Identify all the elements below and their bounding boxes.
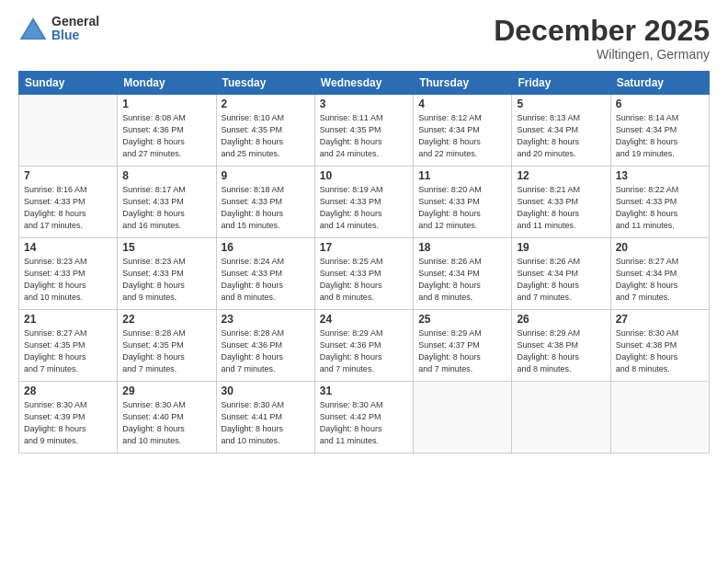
day-info: Sunrise: 8:14 AM Sunset: 4:34 PM Dayligh… [616, 112, 704, 160]
day-info: Sunrise: 8:30 AM Sunset: 4:42 PM Dayligh… [320, 399, 408, 447]
day-number: 1 [122, 98, 210, 110]
calendar-header-monday: Monday [118, 72, 216, 95]
calendar-cell: 12Sunrise: 8:21 AM Sunset: 4:33 PM Dayli… [512, 167, 610, 238]
day-number: 25 [418, 313, 506, 326]
day-number: 24 [320, 313, 408, 326]
day-number: 6 [616, 98, 704, 110]
logo-icon [18, 16, 48, 41]
day-number: 11 [418, 169, 506, 182]
day-number: 7 [24, 169, 112, 182]
calendar-cell: 28Sunrise: 8:30 AM Sunset: 4:39 PM Dayli… [19, 382, 118, 454]
calendar-cell: 15Sunrise: 8:23 AM Sunset: 4:33 PM Dayli… [118, 238, 216, 310]
calendar-header-wednesday: Wednesday [314, 72, 413, 95]
calendar-cell: 18Sunrise: 8:26 AM Sunset: 4:34 PM Dayli… [414, 238, 512, 310]
day-number: 19 [517, 241, 605, 254]
day-info: Sunrise: 8:12 AM Sunset: 4:34 PM Dayligh… [418, 112, 506, 160]
day-number: 2 [222, 98, 310, 110]
day-number: 12 [517, 169, 605, 182]
calendar-cell: 22Sunrise: 8:28 AM Sunset: 4:35 PM Dayli… [118, 310, 216, 382]
day-number: 18 [418, 241, 506, 254]
calendar-cell: 9Sunrise: 8:18 AM Sunset: 4:33 PM Daylig… [216, 167, 314, 238]
calendar-cell: 26Sunrise: 8:29 AM Sunset: 4:38 PM Dayli… [512, 310, 610, 382]
calendar-cell: 17Sunrise: 8:25 AM Sunset: 4:33 PM Dayli… [314, 238, 413, 310]
calendar-cell: 3Sunrise: 8:11 AM Sunset: 4:35 PM Daylig… [314, 95, 413, 167]
day-number: 16 [222, 241, 310, 254]
calendar-cell: 8Sunrise: 8:17 AM Sunset: 4:33 PM Daylig… [118, 167, 216, 238]
month-title: December 2025 [494, 15, 710, 47]
calendar-cell: 25Sunrise: 8:29 AM Sunset: 4:37 PM Dayli… [414, 310, 512, 382]
calendar-cell: 6Sunrise: 8:14 AM Sunset: 4:34 PM Daylig… [610, 95, 709, 167]
calendar-header-friday: Friday [512, 72, 610, 95]
calendar-cell: 5Sunrise: 8:13 AM Sunset: 4:34 PM Daylig… [512, 95, 610, 167]
day-info: Sunrise: 8:29 AM Sunset: 4:38 PM Dayligh… [517, 327, 605, 375]
day-number: 3 [320, 98, 408, 110]
calendar-cell: 16Sunrise: 8:24 AM Sunset: 4:33 PM Dayli… [216, 238, 314, 310]
day-info: Sunrise: 8:30 AM Sunset: 4:41 PM Dayligh… [222, 399, 310, 447]
day-info: Sunrise: 8:17 AM Sunset: 4:33 PM Dayligh… [122, 184, 210, 232]
day-info: Sunrise: 8:13 AM Sunset: 4:34 PM Dayligh… [517, 112, 605, 160]
day-info: Sunrise: 8:28 AM Sunset: 4:35 PM Dayligh… [122, 327, 210, 375]
calendar-cell: 29Sunrise: 8:30 AM Sunset: 4:40 PM Dayli… [118, 382, 216, 454]
calendar-cell: 2Sunrise: 8:10 AM Sunset: 4:35 PM Daylig… [216, 95, 314, 167]
calendar-cell: 4Sunrise: 8:12 AM Sunset: 4:34 PM Daylig… [414, 95, 512, 167]
day-number: 4 [418, 98, 506, 110]
calendar-cell: 20Sunrise: 8:27 AM Sunset: 4:34 PM Dayli… [610, 238, 709, 310]
calendar-cell: 13Sunrise: 8:22 AM Sunset: 4:33 PM Dayli… [610, 167, 709, 238]
calendar-cell: 31Sunrise: 8:30 AM Sunset: 4:42 PM Dayli… [314, 382, 413, 454]
day-info: Sunrise: 8:30 AM Sunset: 4:39 PM Dayligh… [24, 399, 112, 447]
day-number: 22 [122, 313, 210, 326]
day-info: Sunrise: 8:27 AM Sunset: 4:35 PM Dayligh… [24, 327, 112, 375]
day-info: Sunrise: 8:29 AM Sunset: 4:37 PM Dayligh… [418, 327, 506, 375]
day-info: Sunrise: 8:08 AM Sunset: 4:36 PM Dayligh… [122, 112, 210, 160]
day-info: Sunrise: 8:27 AM Sunset: 4:34 PM Dayligh… [616, 256, 704, 304]
calendar-cell: 10Sunrise: 8:19 AM Sunset: 4:33 PM Dayli… [314, 167, 413, 238]
day-info: Sunrise: 8:29 AM Sunset: 4:36 PM Dayligh… [320, 327, 408, 375]
day-number: 15 [122, 241, 210, 254]
day-number: 26 [517, 313, 605, 326]
day-number: 5 [517, 98, 605, 110]
day-info: Sunrise: 8:20 AM Sunset: 4:33 PM Dayligh… [418, 184, 506, 232]
day-info: Sunrise: 8:28 AM Sunset: 4:36 PM Dayligh… [222, 327, 310, 375]
day-number: 10 [320, 169, 408, 182]
day-number: 14 [24, 241, 112, 254]
day-info: Sunrise: 8:22 AM Sunset: 4:33 PM Dayligh… [616, 184, 704, 232]
title-block: December 2025 Wiltingen, Germany [494, 15, 710, 62]
day-number: 21 [24, 313, 112, 326]
logo-general: General [51, 15, 99, 29]
calendar-cell: 27Sunrise: 8:30 AM Sunset: 4:38 PM Dayli… [610, 310, 709, 382]
calendar-cell: 11Sunrise: 8:20 AM Sunset: 4:33 PM Dayli… [414, 167, 512, 238]
day-info: Sunrise: 8:18 AM Sunset: 4:33 PM Dayligh… [222, 184, 310, 232]
day-number: 9 [222, 169, 310, 182]
day-info: Sunrise: 8:21 AM Sunset: 4:33 PM Dayligh… [517, 184, 605, 232]
calendar-week-5: 28Sunrise: 8:30 AM Sunset: 4:39 PM Dayli… [19, 382, 710, 454]
logo-blue: Blue [51, 29, 99, 42]
day-info: Sunrise: 8:30 AM Sunset: 4:40 PM Dayligh… [122, 399, 210, 447]
calendar-header-tuesday: Tuesday [216, 72, 314, 95]
day-number: 20 [616, 241, 704, 254]
day-number: 17 [320, 241, 408, 254]
calendar-header-sunday: Sunday [19, 72, 118, 95]
calendar: SundayMondayTuesdayWednesdayThursdayFrid… [18, 71, 710, 454]
calendar-cell: 19Sunrise: 8:26 AM Sunset: 4:34 PM Dayli… [512, 238, 610, 310]
day-info: Sunrise: 8:23 AM Sunset: 4:33 PM Dayligh… [24, 256, 112, 304]
calendar-cell [610, 382, 709, 454]
day-info: Sunrise: 8:10 AM Sunset: 4:35 PM Dayligh… [222, 112, 310, 160]
calendar-cell: 30Sunrise: 8:30 AM Sunset: 4:41 PM Dayli… [216, 382, 314, 454]
calendar-cell: 14Sunrise: 8:23 AM Sunset: 4:33 PM Dayli… [19, 238, 118, 310]
day-number: 8 [122, 169, 210, 182]
day-number: 13 [616, 169, 704, 182]
calendar-cell [19, 95, 118, 167]
calendar-cell: 1Sunrise: 8:08 AM Sunset: 4:36 PM Daylig… [118, 95, 216, 167]
header: General Blue December 2025 Wiltingen, Ge… [18, 15, 710, 62]
day-info: Sunrise: 8:25 AM Sunset: 4:33 PM Dayligh… [320, 256, 408, 304]
location: Wiltingen, Germany [494, 47, 710, 62]
day-info: Sunrise: 8:19 AM Sunset: 4:33 PM Dayligh… [320, 184, 408, 232]
day-info: Sunrise: 8:23 AM Sunset: 4:33 PM Dayligh… [122, 256, 210, 304]
day-info: Sunrise: 8:11 AM Sunset: 4:35 PM Dayligh… [320, 112, 408, 160]
day-info: Sunrise: 8:24 AM Sunset: 4:33 PM Dayligh… [222, 256, 310, 304]
day-info: Sunrise: 8:16 AM Sunset: 4:33 PM Dayligh… [24, 184, 112, 232]
day-info: Sunrise: 8:26 AM Sunset: 4:34 PM Dayligh… [418, 256, 506, 304]
calendar-cell [512, 382, 610, 454]
day-number: 27 [616, 313, 704, 326]
calendar-cell: 21Sunrise: 8:27 AM Sunset: 4:35 PM Dayli… [19, 310, 118, 382]
